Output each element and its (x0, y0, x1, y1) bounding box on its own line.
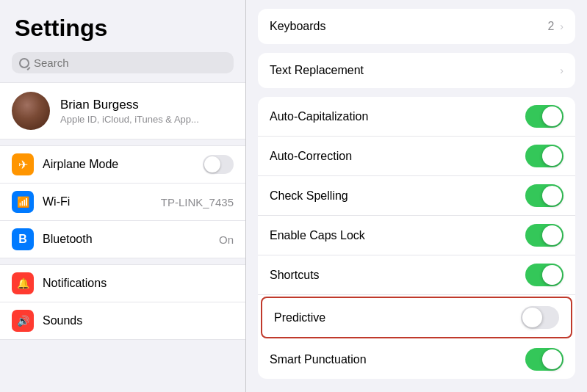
user-name: Brian Burgess (60, 98, 199, 112)
enable-caps-lock-row[interactable]: Enable Caps Lock (258, 216, 575, 255)
keyboards-chevron: › (560, 21, 563, 32)
sidebar-item-wifi[interactable]: 📶 Wi-Fi TP-LINK_7435 (0, 184, 245, 221)
keyboards-group: Keyboards 2 › (258, 9, 575, 44)
text-replacement-group: Text Replacement › (258, 53, 575, 88)
airplane-icon: ✈ (12, 153, 34, 175)
shortcuts-label: Shortcuts (270, 269, 525, 282)
text-replacement-label: Text Replacement (270, 64, 558, 77)
sounds-icon: 🔊 (12, 310, 34, 332)
sidebar-settings-section: ✈ Airplane Mode 📶 Wi-Fi TP-LINK_7435 Β B… (0, 145, 245, 258)
check-spelling-label: Check Spelling (270, 189, 525, 203)
enable-caps-lock-label: Enable Caps Lock (270, 229, 525, 242)
shortcuts-row[interactable]: Shortcuts (258, 255, 575, 295)
airplane-toggle[interactable] (203, 155, 234, 174)
auto-capitalization-label: Auto-Capitalization (270, 110, 525, 123)
auto-correction-label: Auto-Correction (270, 150, 525, 163)
text-replacement-row[interactable]: Text Replacement › (258, 53, 575, 88)
auto-correction-toggle[interactable] (525, 145, 563, 167)
sidebar: Settings Brian Burgess Apple ID, iCloud,… (0, 0, 246, 392)
user-subtitle: Apple ID, iCloud, iTunes & App... (60, 114, 199, 125)
search-input[interactable] (34, 57, 226, 69)
sidebar-item-sounds[interactable]: 🔊 Sounds (0, 302, 245, 339)
sidebar-label-airplane: Airplane Mode (43, 158, 194, 171)
bluetooth-icon: Β (12, 228, 34, 250)
predictive-toggle[interactable] (521, 306, 559, 329)
smart-punctuation-row[interactable]: Smart Punctuation (258, 340, 575, 379)
wifi-icon: 📶 (12, 191, 34, 213)
user-profile[interactable]: Brian Burgess Apple ID, iCloud, iTunes &… (0, 82, 245, 139)
smart-punctuation-toggle[interactable] (525, 348, 563, 371)
sidebar-item-notifications[interactable]: 🔔 Notifications (0, 265, 245, 302)
keyboards-label: Keyboards (270, 20, 547, 33)
enable-caps-lock-toggle[interactable] (525, 224, 563, 247)
text-replacement-chevron: › (560, 65, 563, 76)
search-icon (19, 58, 29, 68)
notifications-icon: 🔔 (12, 272, 34, 294)
auto-capitalization-row[interactable]: Auto-Capitalization (258, 97, 575, 137)
keyboards-value: 2 (547, 20, 554, 33)
avatar (12, 92, 50, 130)
sidebar-label-wifi: Wi-Fi (43, 195, 152, 208)
check-spelling-row[interactable]: Check Spelling (258, 176, 575, 216)
sidebar-title: Settings (0, 0, 245, 49)
main-content: Keyboards 2 › Text Replacement › Auto-Ca… (246, 0, 587, 392)
sidebar-label-notifications: Notifications (43, 277, 234, 290)
toggles-group: Auto-Capitalization Auto-Correction Chec… (258, 97, 575, 379)
predictive-row[interactable]: Predictive (261, 297, 572, 338)
sidebar-item-bluetooth[interactable]: Β Bluetooth On (0, 221, 245, 258)
keyboards-row[interactable]: Keyboards 2 › (258, 9, 575, 44)
auto-capitalization-toggle[interactable] (525, 105, 563, 128)
sidebar-item-airplane-mode[interactable]: ✈ Airplane Mode (0, 146, 245, 184)
sidebar-notifications-section: 🔔 Notifications 🔊 Sounds (0, 264, 245, 340)
smart-punctuation-label: Smart Punctuation (270, 353, 525, 366)
sidebar-label-sounds: Sounds (43, 314, 234, 327)
auto-correction-row[interactable]: Auto-Correction (258, 137, 575, 176)
sidebar-label-bluetooth: Bluetooth (43, 233, 210, 246)
predictive-label: Predictive (274, 311, 521, 324)
shortcuts-toggle[interactable] (525, 264, 563, 286)
check-spelling-toggle[interactable] (525, 184, 563, 207)
bluetooth-value: On (219, 233, 234, 246)
wifi-value: TP-LINK_7435 (161, 196, 234, 208)
user-info: Brian Burgess Apple ID, iCloud, iTunes &… (60, 98, 199, 125)
search-bar[interactable] (12, 52, 234, 73)
